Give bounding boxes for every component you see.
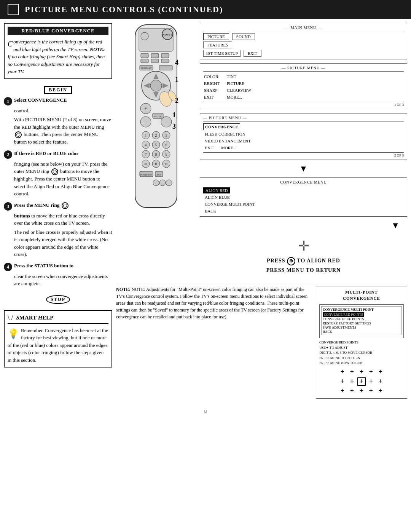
plus-10: + [376, 377, 385, 386]
begin-badge: BEGIN [44, 86, 72, 94]
plus-5: + [376, 368, 385, 376]
smart-help-title: \ / SMART HELP [8, 314, 108, 324]
step-2: 2 If there is RED or BLUE color fringing… [4, 150, 112, 198]
pm2-exit: EXIT [203, 145, 216, 151]
step-2-num: 2 [4, 150, 12, 159]
multipoint-screen-title: CONVERGENCE MULTI POINT [323, 308, 400, 312]
crosshair-symbol: ✛ [298, 238, 309, 254]
svg-text:−: − [165, 119, 168, 125]
svg-text:4: 4 [175, 59, 178, 66]
conv-back-mp: BACK [323, 330, 400, 334]
menu-screens-area: — MAIN MENU — PICTURE SOUND FEATURES 1ST… [200, 23, 407, 279]
multipoint-menu-screen: CONVERGENCE MULTI POINT CONVERGE RED POI… [319, 304, 404, 338]
plus-3: + [357, 368, 366, 376]
conv-blue-points: CONVERGE BLUE POINTS [323, 317, 400, 321]
stop-badge: STOP [46, 295, 70, 304]
header-icon [8, 4, 19, 15]
pm2-page: 2 OF 3 [203, 152, 404, 157]
main-menu-screen: — MAIN MENU — PICTURE SOUND FEATURES 1ST… [200, 23, 407, 59]
conv-align-red: ALIGN RED [203, 187, 230, 193]
svg-text:7: 7 [145, 152, 147, 157]
main-menu-sound: SOUND [232, 33, 255, 40]
step-3-header: 3 Press the MENU ring [4, 202, 112, 211]
svg-text:1: 1 [175, 76, 178, 83]
plus-11: + [338, 387, 347, 395]
main-menu-features-item: FEATURES [203, 42, 232, 48]
press-text: PRESS ⊕ TO ALIGN REDPRESS MENU TO RETURN [266, 256, 341, 275]
remote-diagram: POWER [116, 23, 196, 279]
plus-grid: + + + + + + + + + + + + + + + [319, 368, 404, 395]
pm2-flesh: FLESH CORRECTION [203, 131, 404, 137]
step-2-header: 2 If there is RED or BLUE color [4, 150, 112, 159]
page-number: 8 [0, 404, 411, 418]
plus-14: + [367, 387, 375, 395]
main-menu-features: FEATURES [203, 42, 404, 48]
smart-help-box: \ / SMART HELP 💡 Remember. Convergence h… [4, 310, 112, 368]
svg-text:+: + [144, 106, 147, 112]
conv-back: BACK [203, 208, 404, 214]
step-1-body: control. With PICTURE MENU (2 of 3) on s… [14, 107, 112, 146]
main-menu-picture: PICTURE [203, 33, 229, 40]
note-text-area: NOTE: NOTE: Adjustments for "Multi-Point… [116, 286, 312, 398]
step-4-body: clear the screen when convergence adjust… [14, 273, 112, 288]
svg-text:4: 4 [145, 143, 147, 147]
svg-text:POWER: POWER [162, 34, 173, 37]
menu-ring-icon-3 [62, 202, 68, 209]
main-menu-row1: PICTURE SOUND [203, 33, 404, 40]
svg-text:⊙: ⊙ [165, 162, 168, 166]
pm1-exit: EXIT [203, 94, 220, 100]
plus-12: + [348, 387, 356, 395]
plus-center: + [357, 377, 366, 386]
slash-icon: \ / [8, 314, 13, 322]
red-blue-title: RED/BLUE CONVERGENCE [8, 27, 108, 35]
pm1-bright: BRIGHT [203, 80, 220, 86]
picture-menu-1-screen: — PICTURE MENU — COLOR BRIGHT SHARP EXIT… [200, 63, 407, 109]
red-blue-convergence-box: RED/BLUE CONVERGENCE Convergence is the … [4, 23, 112, 79]
plus-15: + [376, 387, 385, 395]
plus-9: + [367, 377, 375, 386]
svg-rect-16 [161, 59, 169, 63]
menu-ring-icon-1 [15, 131, 22, 138]
plus-7: + [348, 377, 356, 386]
nav-circle: ⊕ [287, 257, 295, 265]
pm1-clearview: CLEARVIEW [226, 87, 252, 93]
pm1-color: COLOR [203, 73, 220, 80]
arrow-down-2: ▼ [200, 220, 407, 230]
svg-text:8: 8 [155, 152, 157, 157]
picture-menu-1-right: TINT PICTURE CLEARVIEW MORE... [226, 73, 252, 100]
picture-menu-1-title: — PICTURE MENU — [203, 66, 404, 72]
step-1: 1 Select CONVERGENCE control. With PICTU… [4, 97, 112, 146]
svg-text:3: 3 [166, 133, 167, 137]
main-menu-setup: 1ST TIME SETUP [203, 50, 241, 57]
svg-text:0: 0 [155, 162, 157, 166]
note-label: NOTE: [116, 287, 131, 292]
conv-save: SAVE ADJUSTMENTS [323, 326, 400, 329]
pm2-video: VIDEO ENHANCEMENT [203, 138, 404, 144]
multipoint-inner: CONVERGENCE MULTI POINT CONVERGE RED POI… [321, 306, 402, 335]
svg-text:9: 9 [166, 152, 167, 157]
step-4-num: 4 [4, 263, 12, 271]
red-blue-body: Convergence is the correct lining up of … [8, 38, 108, 75]
svg-text:1: 1 [145, 133, 147, 137]
pm2-convergence: CONVERGENCE [203, 123, 240, 130]
main-menu-title: — MAIN MENU — [203, 26, 404, 31]
svg-point-57 [159, 180, 166, 186]
top-diagram-area: POWER [116, 23, 407, 279]
main-menu-row3: 1ST TIME SETUP EXIT [203, 50, 404, 57]
svg-text:5: 5 [155, 143, 157, 147]
picture-menu-1-items: COLOR BRIGHT SHARP EXIT TINT PICTURE CLE… [203, 73, 404, 100]
svg-text:6: 6 [166, 143, 167, 147]
conv-align-blue: ALIGN BLUE [203, 194, 404, 200]
svg-point-9 [150, 80, 162, 91]
pm2-more: MORE... [220, 145, 238, 151]
svg-text:MUTE: MUTE [154, 115, 162, 118]
pm1-picture: PICTURE [226, 80, 252, 86]
svg-rect-19 [159, 66, 172, 70]
right-column: POWER [116, 23, 407, 401]
page-title: PICTURE MENU CONTROLS (CONTINUED) [25, 5, 223, 14]
step-2-body: fringing (see note below) on your TV, pr… [14, 160, 112, 198]
remote-svg: POWER [116, 23, 196, 221]
svg-rect-7 [161, 53, 169, 58]
step-1-header: 1 Select CONVERGENCE [4, 97, 112, 105]
step-4-title: Press the STATUS button to [14, 263, 73, 269]
